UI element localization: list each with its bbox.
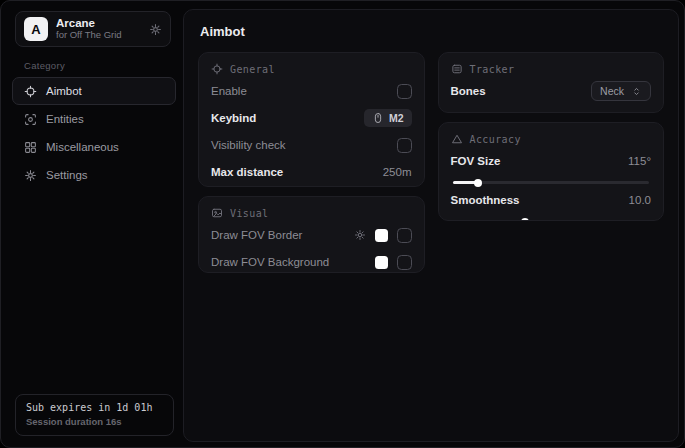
max-distance-label: Max distance [211,166,283,178]
visibility-check-checkbox[interactable] [397,138,412,153]
fov-size-label: FOV Size [451,155,501,167]
sidebar-item-label: Settings [46,169,88,181]
sidebar-item-settings[interactable]: Settings [12,161,176,189]
app-header-card: A Arcane for Off The Grid [15,11,171,47]
fov-size-slider[interactable] [453,181,650,184]
section-title: Tracker [470,64,515,75]
mouse-icon [372,112,384,124]
fov-size-row: FOV Size 115° [451,150,652,172]
slider-thumb[interactable] [521,218,529,222]
bones-label: Bones [451,85,486,97]
tracker-icon [451,63,463,75]
tracker-card: Tracker Bones Neck [438,52,665,113]
category-label: Category [24,60,180,71]
app-title-block: Arcane for Off The Grid [56,17,141,41]
smoothness-slider[interactable] [453,220,650,221]
image-icon [211,207,223,219]
sidebar-item-aimbot[interactable]: Aimbot [12,77,176,105]
sidebar-item-label: Entities [46,113,84,125]
bones-selected-value: Neck [600,85,624,97]
general-card-header: General [211,63,412,75]
app-logo: A [24,17,48,41]
tracker-card-header: Tracker [451,63,652,75]
sidebar-item-label: Miscellaneous [46,141,119,153]
visibility-check-row: Visibility check [211,134,412,156]
max-distance-value: 250m [383,166,412,178]
enable-label: Enable [211,85,247,97]
bones-row: Bones Neck [451,80,652,102]
sidebar-item-label: Aimbot [46,85,82,97]
section-title: Visual [230,208,269,219]
gear-icon [24,169,37,182]
smoothness-row: Smoothness 10.0 [451,189,652,211]
smoothness-label: Smoothness [451,194,520,206]
gear-icon[interactable] [354,229,366,241]
section-title: Accuracy [470,134,521,145]
fov-border-label: Draw FOV Border [211,229,302,241]
visual-card-header: Visual [211,207,412,219]
keybind-label: Keybind [211,112,256,124]
crosshair-icon [211,63,223,75]
visibility-check-label: Visibility check [211,139,286,151]
chevron-updown-icon [631,86,642,97]
fov-background-label: Draw FOV Background [211,256,329,268]
keybind-value: M2 [389,112,404,124]
main-panel: Aimbot General Enable [183,9,679,442]
fov-size-value: 115° [628,155,651,167]
fov-border-checkbox[interactable] [397,228,412,243]
subscription-card: Sub expires in 1d 01h Session duration 1… [15,394,174,436]
general-card: General Enable Keybind [198,52,425,187]
fov-background-row: Draw FOV Background [211,251,412,273]
accuracy-card-header: Accuracy [451,133,652,145]
cards-grid: General Enable Keybind [198,52,664,273]
gear-icon[interactable] [149,23,162,36]
fov-border-row: Draw FOV Border [211,224,412,246]
slider-thumb[interactable] [474,179,482,187]
color-swatch[interactable] [375,229,388,242]
sub-expiry-text: Sub expires in 1d 01h [26,402,163,413]
session-duration-text: Session duration 16s [26,416,163,427]
sidebar-item-entities[interactable]: Entities [12,105,176,133]
app-logo-letter: A [31,22,40,37]
sidebar: A Arcane for Off The Grid Category [2,2,180,446]
keybind-row: Keybind M2 [211,107,412,129]
scan-icon [24,113,37,126]
bones-select[interactable]: Neck [591,81,651,101]
app-subtitle: for Off The Grid [56,30,141,41]
grid-icon [24,141,37,154]
left-column: General Enable Keybind [198,52,425,273]
section-title: General [230,64,275,75]
right-column: Tracker Bones Neck [438,52,665,273]
keybind-button[interactable]: M2 [364,109,412,127]
triangle-icon [451,133,463,145]
enable-checkbox[interactable] [397,84,412,99]
page-title: Aimbot [200,24,664,39]
accuracy-card: Accuracy FOV Size 115° Smoothness 10.0 [438,122,665,221]
color-swatch[interactable] [375,256,388,269]
sidebar-item-miscellaneous[interactable]: Miscellaneous [12,133,176,161]
max-distance-row: Max distance 250m [211,161,412,183]
sidebar-nav: Aimbot Entities Miscella [15,77,180,189]
fov-background-checkbox[interactable] [397,255,412,270]
app-window: A Arcane for Off The Grid Category [0,0,685,448]
crosshair-icon [24,85,37,98]
smoothness-value: 10.0 [629,194,651,206]
visual-card: Visual Draw FOV Border [198,196,425,273]
enable-row: Enable [211,80,412,102]
